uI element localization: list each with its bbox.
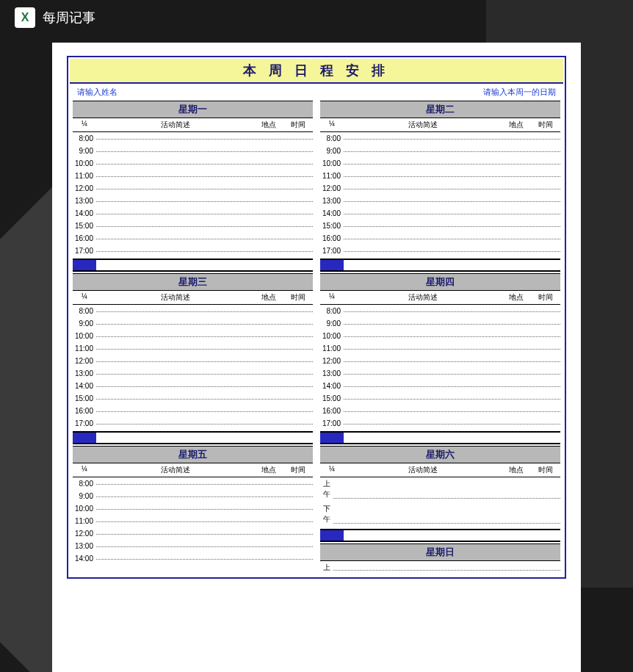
time-row[interactable]: 13:00 — [73, 367, 313, 380]
entry-line[interactable] — [96, 374, 313, 375]
time-row[interactable]: 17:00 — [320, 417, 560, 430]
entry-line[interactable] — [344, 374, 560, 375]
time-row[interactable]: 9:00 — [320, 317, 560, 330]
time-row[interactable]: 12:00 — [73, 182, 313, 195]
time-row[interactable]: 8:00 — [73, 305, 313, 317]
entry-line[interactable] — [96, 336, 313, 337]
name-input-placeholder[interactable]: 请输入姓名 — [77, 87, 117, 98]
time-row[interactable]: 17:00 — [73, 417, 313, 430]
entry-line[interactable] — [96, 311, 313, 312]
time-row[interactable]: 10:00 — [73, 330, 313, 342]
entry-line[interactable] — [333, 570, 560, 571]
time-row[interactable]: 11:00 — [320, 342, 560, 355]
time-row[interactable]: 8:00 — [73, 477, 313, 490]
entry-line[interactable] — [96, 349, 313, 350]
entry-line[interactable] — [96, 521, 313, 522]
entry-line[interactable] — [344, 201, 560, 202]
entry-line[interactable] — [96, 484, 313, 485]
entry-line[interactable] — [344, 189, 560, 189]
entry-line[interactable] — [96, 546, 313, 547]
time-row[interactable]: 13:00 — [73, 195, 313, 207]
entry-line[interactable] — [344, 349, 560, 350]
time-row[interactable]: 15:00 — [73, 220, 313, 232]
time-row[interactable]: 10:00 — [320, 157, 560, 170]
entry-line[interactable] — [344, 176, 560, 177]
sun-row[interactable]: 上 — [320, 561, 560, 574]
time-row[interactable]: 10:00 — [320, 330, 560, 342]
time-row[interactable]: 11:00 — [73, 342, 313, 355]
time-row[interactable]: 17:00 — [320, 245, 560, 257]
entry-line[interactable] — [96, 424, 313, 424]
time-row[interactable]: 13:00 — [73, 540, 313, 552]
entry-line[interactable] — [96, 386, 313, 387]
entry-line[interactable] — [344, 311, 560, 312]
entry-line[interactable] — [344, 164, 560, 165]
time-row[interactable]: 9:00 — [73, 490, 313, 502]
time-row[interactable]: 14:00 — [320, 207, 560, 220]
time-row[interactable]: 14:00 — [73, 552, 313, 565]
entry-line[interactable] — [344, 386, 560, 387]
time-row[interactable]: 9:00 — [73, 145, 313, 157]
time-row[interactable]: 14:00 — [320, 380, 560, 392]
entry-line[interactable] — [96, 226, 313, 227]
entry-line[interactable] — [96, 201, 313, 202]
time-row[interactable]: 12:00 — [320, 182, 560, 195]
time-row[interactable]: 10:00 — [73, 157, 313, 170]
entry-line[interactable] — [344, 324, 560, 325]
time-row[interactable]: 16:00 — [320, 405, 560, 417]
entry-line[interactable] — [96, 411, 313, 412]
entry-line[interactable] — [96, 496, 313, 497]
entry-line[interactable] — [344, 239, 560, 239]
entry-line[interactable] — [96, 251, 313, 252]
entry-line[interactable] — [96, 509, 313, 510]
entry-line[interactable] — [96, 176, 313, 177]
entry-line[interactable] — [344, 151, 560, 152]
entry-line[interactable] — [344, 361, 560, 362]
time-row[interactable]: 13:00 — [320, 195, 560, 207]
time-row[interactable]: 11:00 — [320, 170, 560, 182]
entry-line[interactable] — [333, 523, 560, 524]
time-row[interactable]: 15:00 — [320, 220, 560, 232]
date-input-placeholder[interactable]: 请输入本周一的日期 — [483, 87, 556, 98]
entry-line[interactable] — [96, 139, 313, 140]
time-row[interactable]: 9:00 — [73, 317, 313, 330]
time-row[interactable]: 11:00 — [73, 170, 313, 182]
entry-line[interactable] — [344, 411, 560, 412]
time-row[interactable]: 16:00 — [320, 232, 560, 245]
sat-pm-row[interactable]: 下午 — [320, 502, 560, 527]
time-row[interactable]: 8:00 — [320, 132, 560, 145]
entry-line[interactable] — [333, 498, 560, 499]
entry-line[interactable] — [344, 251, 560, 252]
time-row[interactable]: 13:00 — [320, 367, 560, 380]
entry-line[interactable] — [344, 424, 560, 424]
entry-line[interactable] — [96, 164, 313, 165]
time-row[interactable]: 9:00 — [320, 145, 560, 157]
entry-line[interactable] — [96, 239, 313, 239]
entry-line[interactable] — [344, 336, 560, 337]
entry-line[interactable] — [96, 151, 313, 152]
time-row[interactable]: 11:00 — [73, 515, 313, 527]
time-row[interactable]: 12:00 — [73, 355, 313, 367]
time-row[interactable]: 17:00 — [73, 245, 313, 257]
time-row[interactable]: 15:00 — [73, 392, 313, 405]
time-row[interactable]: 14:00 — [73, 380, 313, 392]
time-row[interactable]: 12:00 — [320, 355, 560, 367]
entry-line[interactable] — [344, 226, 560, 227]
time-row[interactable]: 14:00 — [73, 207, 313, 220]
entry-line[interactable] — [344, 139, 560, 140]
time-row[interactable]: 16:00 — [73, 405, 313, 417]
entry-line[interactable] — [344, 399, 560, 400]
time-row[interactable]: 12:00 — [73, 527, 313, 540]
sat-am-row[interactable]: 上午 — [320, 477, 560, 502]
entry-line[interactable] — [96, 214, 313, 214]
entry-line[interactable] — [344, 214, 560, 214]
entry-line[interactable] — [96, 189, 313, 189]
entry-line[interactable] — [96, 361, 313, 362]
entry-line[interactable] — [96, 324, 313, 325]
time-row[interactable]: 8:00 — [73, 132, 313, 145]
entry-line[interactable] — [96, 534, 313, 535]
time-row[interactable]: 10:00 — [73, 502, 313, 515]
entry-line[interactable] — [96, 559, 313, 560]
time-row[interactable]: 16:00 — [73, 232, 313, 245]
time-row[interactable]: 8:00 — [320, 305, 560, 317]
